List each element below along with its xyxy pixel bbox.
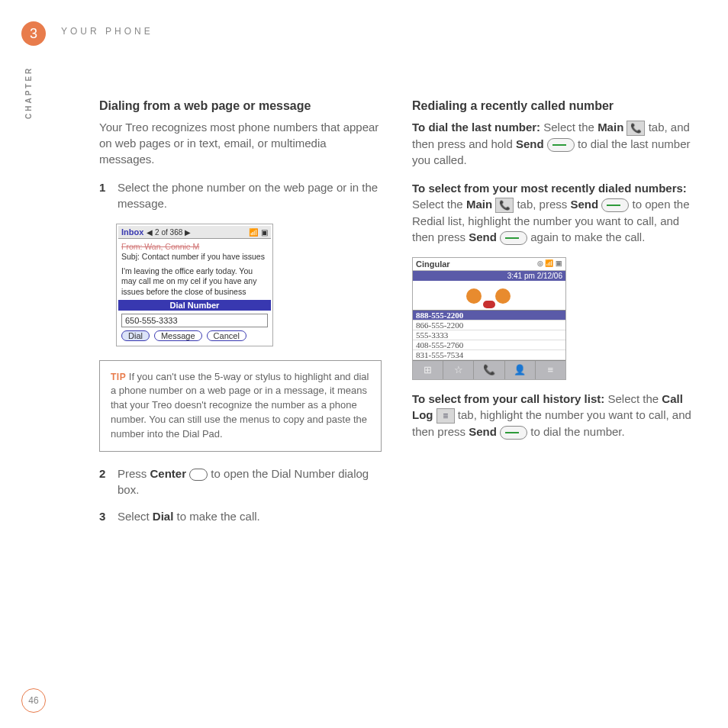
step3-text-c: to make the call.: [173, 510, 259, 523]
main-tab-icon: 📞: [627, 121, 645, 136]
p1-b: Select the: [540, 121, 598, 134]
treo2-topbar: Cingular ◎ 📶 ▣: [413, 258, 565, 271]
message-button[interactable]: Message: [154, 330, 202, 341]
treo1-inbox-label: Inbox: [121, 227, 143, 237]
treo1-message: I'm leaving the office early today. You …: [121, 266, 268, 296]
step2-text-a: Press: [118, 467, 150, 480]
art-blob-1: [466, 288, 482, 304]
step-2: Press Center to open the Dial Number dia…: [99, 465, 382, 498]
treo1-nav: ◀ 2 of 368 ▶: [147, 228, 191, 237]
p2-send1: Send: [570, 198, 598, 211]
p2-d: tab, press: [514, 198, 570, 211]
treo2-time: 3:41 pm 2/12/06: [413, 271, 565, 281]
treo2-redial-list: 888-555-2200 866-555-2200 555-3333 408-5…: [413, 310, 565, 360]
p1-send: Send: [516, 137, 544, 150]
step-3: Select Dial to make the call.: [99, 508, 382, 524]
main-tab-icon-2: 📞: [495, 198, 514, 213]
left-heading: Dialing from a web page or message: [99, 99, 382, 113]
center-button-icon: [189, 469, 208, 481]
chapter-vertical-label: CHAPTER: [24, 66, 33, 119]
p2-lead: To select from your most recently dialed…: [412, 182, 687, 195]
redial-row-3[interactable]: 555-3333: [413, 330, 565, 340]
left-steps-cont: Press Center to open the Dial Number dia…: [99, 465, 382, 524]
treo1-subject: Subj: Contact number if you have issues: [121, 252, 268, 262]
main-phone-tab-icon[interactable]: 📞: [474, 361, 504, 379]
p2-h: again to make the call.: [527, 230, 645, 243]
signal-icon: 📶: [249, 228, 258, 237]
tip-label: TIP: [111, 372, 126, 382]
treo1-dial-header: Dial Number: [118, 300, 271, 311]
send-button-icon-3: [500, 231, 527, 245]
tip-box: TIP If you can't use the 5-way or stylus…: [99, 360, 382, 452]
dialpad-tab-icon[interactable]: ⊞: [413, 361, 443, 379]
treo2-status-icons: ◎ 📶 ▣: [537, 259, 562, 269]
step-1: Select the phone number on the web page …: [99, 179, 382, 211]
redial-row-1[interactable]: 888-555-2200: [413, 311, 565, 321]
running-header: YOUR PHONE: [61, 26, 153, 37]
right-p2: To select from your most recently dialed…: [412, 180, 694, 245]
p2-b: Select the: [412, 198, 466, 211]
treo1-phone-field[interactable]: 650-555-3333: [121, 314, 268, 327]
p1-main: Main: [598, 121, 623, 134]
right-p1: To dial the last number: Select the Main…: [412, 119, 694, 168]
page-number: 46: [21, 688, 46, 713]
battery-icon: ▣: [261, 228, 268, 237]
calllog-tab-icon[interactable]: ≡: [536, 361, 565, 379]
art-blob-3: [483, 301, 495, 308]
step2-center: Center: [150, 467, 187, 480]
treo-redial-screenshot: Cingular ◎ 📶 ▣ 3:41 pm 2/12/06 888-555-2…: [412, 257, 566, 380]
send-button-icon-4: [500, 426, 527, 440]
cancel-button[interactable]: Cancel: [207, 330, 246, 341]
treo-inbox-screenshot: Inbox ◀ 2 of 368 ▶ 📶 ▣ From: Wan, Connie…: [116, 224, 273, 346]
step3-text-a: Select: [118, 510, 153, 523]
send-button-icon: [547, 138, 575, 152]
p2-main: Main: [466, 198, 492, 211]
chapter-badge: 3: [21, 21, 46, 46]
treo2-tabbar: ⊞ ☆ 📞 👤 ≡: [413, 360, 565, 379]
left-steps: Select the phone number on the web page …: [99, 179, 382, 211]
redial-row-4[interactable]: 408-555-2760: [413, 340, 565, 350]
send-button-icon-2: [601, 198, 629, 212]
treo2-wallpaper: [413, 281, 565, 310]
tip-text: If you can't use the 5-way or stylus to …: [111, 371, 369, 440]
p1-lead: To dial the last number:: [412, 121, 540, 134]
treo1-button-row: Dial Message Cancel: [118, 330, 271, 344]
calllog-tab-icon-inline: ≡: [436, 408, 455, 424]
contacts-tab-icon[interactable]: 👤: [505, 361, 536, 379]
right-heading: Redialing a recently called number: [412, 99, 694, 113]
treo1-titlebar: Inbox ◀ 2 of 368 ▶ 📶 ▣: [118, 226, 271, 239]
p3-f: to dial the number.: [527, 425, 625, 438]
art-blob-2: [495, 288, 511, 304]
p3-lead: To select from your call history list:: [412, 392, 604, 405]
right-column: Redialing a recently called number To di…: [412, 99, 694, 536]
redial-row-2[interactable]: 866-555-2200: [413, 321, 565, 330]
favorites-tab-icon[interactable]: ☆: [443, 361, 474, 379]
right-p3: To select from your call history list: S…: [412, 391, 694, 440]
dial-button[interactable]: Dial: [121, 330, 150, 341]
treo1-body: From: Wan, Connie M Subj: Contact number…: [118, 239, 271, 300]
left-intro: Your Treo recognizes most phone numbers …: [99, 119, 382, 167]
p2-send2: Send: [469, 230, 497, 243]
left-column: Dialing from a web page or message Your …: [99, 99, 382, 536]
p3-b: Select the: [604, 392, 662, 405]
redial-row-5[interactable]: 831-555-7534: [413, 350, 565, 360]
content-columns: Dialing from a web page or message Your …: [99, 99, 694, 536]
treo1-from: From: Wan, Connie M: [121, 242, 268, 252]
step3-dial: Dial: [153, 510, 174, 523]
treo2-carrier: Cingular: [416, 259, 450, 269]
p3-send: Send: [469, 425, 497, 438]
